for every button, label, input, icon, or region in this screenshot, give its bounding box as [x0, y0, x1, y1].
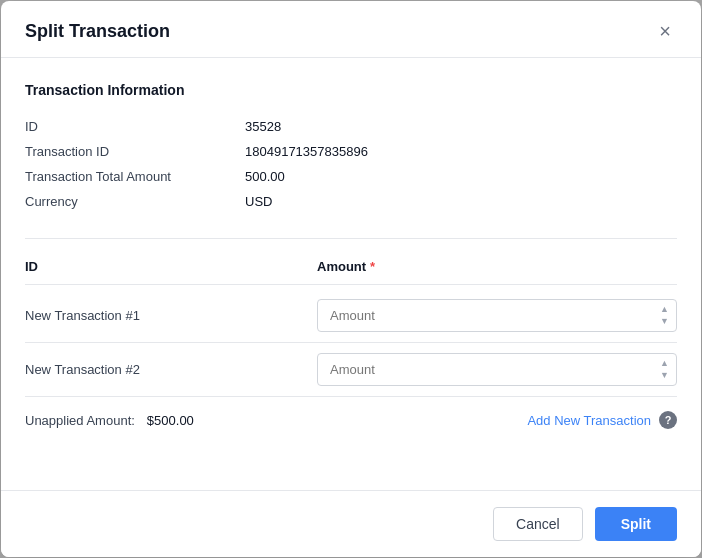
split-row-2-amount-container: ▲ ▼ [317, 353, 677, 386]
split-row-1-amount-container: ▲ ▼ [317, 299, 677, 332]
amount-input-wrapper-2: ▲ ▼ [317, 353, 677, 386]
section-divider [25, 238, 677, 239]
help-icon[interactable]: ? [659, 411, 677, 429]
amount-input-1[interactable] [317, 299, 677, 332]
split-header-amount-label: Amount [317, 259, 366, 274]
info-value-currency: USD [245, 194, 272, 209]
split-button[interactable]: Split [595, 507, 677, 541]
add-new-transaction-button[interactable]: Add New Transaction [527, 413, 651, 428]
close-button[interactable]: × [653, 19, 677, 43]
split-row-2: New Transaction #2 ▲ ▼ [25, 343, 677, 397]
spinner-2-down[interactable]: ▼ [658, 370, 671, 381]
info-row-total-amount: Transaction Total Amount 500.00 [25, 164, 677, 189]
unapplied-label: Unapplied Amount: [25, 413, 135, 428]
add-new-section: Add New Transaction ? [527, 411, 677, 429]
split-footer-row: Unapplied Amount: $500.00 Add New Transa… [25, 397, 677, 437]
info-value-total-amount: 500.00 [245, 169, 285, 184]
info-label-transaction-id: Transaction ID [25, 144, 245, 159]
unapplied-section: Unapplied Amount: $500.00 [25, 413, 194, 428]
info-row-transaction-id: Transaction ID 18049171357835896 [25, 139, 677, 164]
info-value-transaction-id: 18049171357835896 [245, 144, 368, 159]
split-table-header: ID Amount * [25, 259, 677, 285]
modal-body: Transaction Information ID 35528 Transac… [1, 58, 701, 490]
info-label-currency: Currency [25, 194, 245, 209]
spinner-1-up[interactable]: ▲ [658, 304, 671, 315]
amount-input-wrapper-1: ▲ ▼ [317, 299, 677, 332]
split-table: ID Amount * New Transaction #1 ▲ [25, 259, 677, 437]
info-row-currency: Currency USD [25, 189, 677, 214]
split-header-amount-container: Amount * [317, 259, 677, 274]
info-label-id: ID [25, 119, 245, 134]
amount-input-2[interactable] [317, 353, 677, 386]
spinner-2: ▲ ▼ [658, 358, 671, 381]
split-header-id-label: ID [25, 259, 317, 274]
section-title: Transaction Information [25, 82, 677, 98]
modal-header: Split Transaction × [1, 1, 701, 58]
spinner-1-down[interactable]: ▼ [658, 316, 671, 327]
modal-overlay: Split Transaction × Transaction Informat… [0, 0, 702, 558]
split-row-1: New Transaction #1 ▲ ▼ [25, 289, 677, 343]
info-value-id: 35528 [245, 119, 281, 134]
modal-title: Split Transaction [25, 21, 170, 42]
split-transaction-modal: Split Transaction × Transaction Informat… [1, 1, 701, 557]
unapplied-value: $500.00 [147, 413, 194, 428]
info-table: ID 35528 Transaction ID 1804917135783589… [25, 114, 677, 214]
spinner-2-up[interactable]: ▲ [658, 358, 671, 369]
info-label-total-amount: Transaction Total Amount [25, 169, 245, 184]
info-row-id: ID 35528 [25, 114, 677, 139]
split-row-1-id: New Transaction #1 [25, 308, 317, 323]
spinner-1: ▲ ▼ [658, 304, 671, 327]
split-row-2-id: New Transaction #2 [25, 362, 317, 377]
modal-footer: Cancel Split [1, 490, 701, 557]
cancel-button[interactable]: Cancel [493, 507, 583, 541]
required-indicator: * [370, 259, 375, 274]
